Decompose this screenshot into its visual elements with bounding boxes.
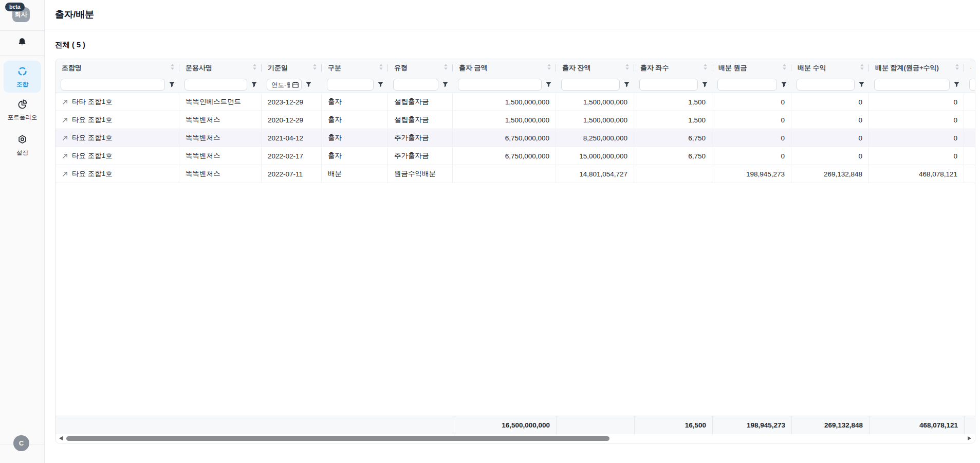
cell-extra xyxy=(964,147,975,165)
scrollbar-thumb[interactable] xyxy=(66,436,609,441)
footer-total-amount: 16,500,000,000 xyxy=(453,416,556,434)
sidebar-item-unions[interactable]: 조합 xyxy=(4,61,41,93)
cell-dist_total: 0 xyxy=(869,129,964,147)
balance-filter-input[interactable] xyxy=(561,79,620,91)
cell-type: 추가출자금 xyxy=(388,129,453,147)
open-row-arrow-icon[interactable] xyxy=(62,135,68,141)
units-filter-input[interactable] xyxy=(639,79,698,91)
column-header-date[interactable]: 기준일 xyxy=(262,59,322,77)
filter-funnel-icon[interactable] xyxy=(169,81,175,88)
category-filter-input[interactable] xyxy=(327,79,374,91)
user-avatar[interactable]: C xyxy=(13,435,29,451)
cell-balance: 8,250,000,000 xyxy=(556,129,634,147)
filter-funnel-icon[interactable] xyxy=(701,81,708,88)
extra-filter-input[interactable] xyxy=(969,79,975,91)
filter-funnel-icon[interactable] xyxy=(858,81,865,88)
cell-category: 출자 xyxy=(322,147,388,165)
filter-funnel-icon[interactable] xyxy=(377,81,384,88)
cell-dist_total: 0 xyxy=(869,111,964,129)
cell-value: 똑똑인베스트먼트 xyxy=(186,97,241,106)
cell-union: 타요 조합1호 xyxy=(56,129,179,147)
cell-value: 0 xyxy=(781,152,785,160)
date-filter-input[interactable] xyxy=(267,79,302,91)
column-header-union[interactable]: 조합명 xyxy=(56,59,179,77)
cell-value: 0 xyxy=(781,116,785,124)
column-header-amount[interactable]: 출자 금액 xyxy=(453,59,556,77)
cell-value: 출자 xyxy=(328,115,342,124)
cell-dist_total: 0 xyxy=(869,147,964,165)
union-filter-input[interactable] xyxy=(61,79,165,91)
cell-type: 설립출자금 xyxy=(388,111,453,129)
open-row-arrow-icon[interactable] xyxy=(62,171,68,177)
amount-filter-input[interactable] xyxy=(458,79,542,91)
open-row-arrow-icon[interactable] xyxy=(62,117,68,123)
open-row-arrow-icon[interactable] xyxy=(62,99,68,105)
column-label: 성 xyxy=(970,63,971,73)
column-header-dist_profit[interactable]: 배분 수익 xyxy=(791,59,869,77)
cell-dist_principal: 0 xyxy=(712,147,791,165)
column-header-balance[interactable]: 출자 잔액 xyxy=(556,59,634,77)
cell-value: 0 xyxy=(953,116,957,124)
sidebar-item-portfolio[interactable]: 포트폴리오 xyxy=(0,99,45,121)
notifications-button[interactable] xyxy=(14,34,30,51)
column-header-extra[interactable]: 성 xyxy=(964,59,975,77)
filter-funnel-icon[interactable] xyxy=(305,81,312,88)
cell-balance: 14,801,054,727 xyxy=(556,165,634,183)
filter-funnel-icon[interactable] xyxy=(623,81,630,88)
sidebar-item-settings[interactable]: 설정 xyxy=(0,134,45,157)
table-row[interactable]: 타요 조합1호똑똑벤처스2022-02-17출자추가출자금6,750,000,0… xyxy=(56,147,975,165)
cell-category: 출자 xyxy=(322,93,388,111)
manager-filter-input[interactable] xyxy=(184,79,247,91)
cell-extra xyxy=(964,111,975,129)
sort-icon xyxy=(167,63,175,73)
filter-funnel-icon[interactable] xyxy=(251,81,257,88)
scroll-left-icon[interactable] xyxy=(59,436,63,440)
cell-date: 2022-02-17 xyxy=(262,147,322,165)
cell-dist_profit: 0 xyxy=(791,93,869,111)
column-header-category[interactable]: 구분 xyxy=(322,59,388,77)
cell-dist_principal: 0 xyxy=(712,111,791,129)
sidebar-item-label: 조합 xyxy=(16,81,28,88)
column-label: 조합명 xyxy=(62,63,82,73)
filter-funnel-icon[interactable] xyxy=(781,81,787,88)
filter-cell-extra xyxy=(964,77,975,93)
table-row[interactable]: 타요 조합1호똑똑벤처스2021-04-12출자추가출자금6,750,000,0… xyxy=(56,129,975,147)
dist_profit-filter-input[interactable] xyxy=(797,79,855,91)
sidebar-item-label: 설정 xyxy=(16,149,28,157)
column-header-type[interactable]: 유형 xyxy=(388,59,453,77)
cell-type: 원금수익배분 xyxy=(388,165,453,183)
cell-amount: 6,750,000,000 xyxy=(453,147,556,165)
cell-dist_profit: 269,132,848 xyxy=(791,165,869,183)
filter-funnel-icon[interactable] xyxy=(953,81,960,88)
column-header-dist_total[interactable]: 배분 합계(원금+수익) xyxy=(869,59,964,77)
cell-value: 6,750 xyxy=(688,134,706,142)
column-label: 출자 좌수 xyxy=(640,63,669,73)
cell-value: 0 xyxy=(858,116,862,124)
column-header-dist_principal[interactable]: 배분 원금 xyxy=(712,59,791,77)
cell-value: 6,750,000,000 xyxy=(505,134,549,142)
filter-funnel-icon[interactable] xyxy=(545,81,552,88)
type-filter-input[interactable] xyxy=(393,79,438,91)
table-row[interactable]: 타요 조합1호똑똑벤처스2022-07-11배분원금수익배분14,801,054… xyxy=(56,165,975,183)
filter-cell-balance xyxy=(556,77,634,93)
cell-value: 똑똑벤처스 xyxy=(186,115,220,124)
dist_total-filter-input[interactable] xyxy=(874,79,950,91)
filter-cell-date xyxy=(262,77,322,93)
scroll-right-icon[interactable] xyxy=(968,436,971,440)
cell-balance: 15,000,000,000 xyxy=(556,147,634,165)
dist_principal-filter-input[interactable] xyxy=(717,79,777,91)
notification-row xyxy=(0,31,44,56)
cell-manager: 똑똑벤처스 xyxy=(179,129,262,147)
column-header-units[interactable]: 출자 좌수 xyxy=(634,59,712,77)
cell-value: 출자 xyxy=(328,133,342,143)
column-label: 출자 금액 xyxy=(459,63,488,73)
table-row[interactable]: 타타 조합1호똑똑인베스트먼트2023-12-29출자설립출자금1,500,00… xyxy=(56,93,975,111)
filter-funnel-icon[interactable] xyxy=(442,81,449,88)
table-row[interactable]: 타요 조합1호똑똑벤처스2020-12-29출자설립출자금1,500,000,0… xyxy=(56,111,975,129)
open-row-arrow-icon[interactable] xyxy=(62,153,68,159)
sidebar-item-label: 포트폴리오 xyxy=(8,114,38,121)
horizontal-scrollbar xyxy=(56,434,975,443)
column-header-manager[interactable]: 운용사명 xyxy=(179,59,262,77)
cell-value: 원금수익배분 xyxy=(394,169,436,179)
cell-date: 2021-04-12 xyxy=(262,129,322,147)
